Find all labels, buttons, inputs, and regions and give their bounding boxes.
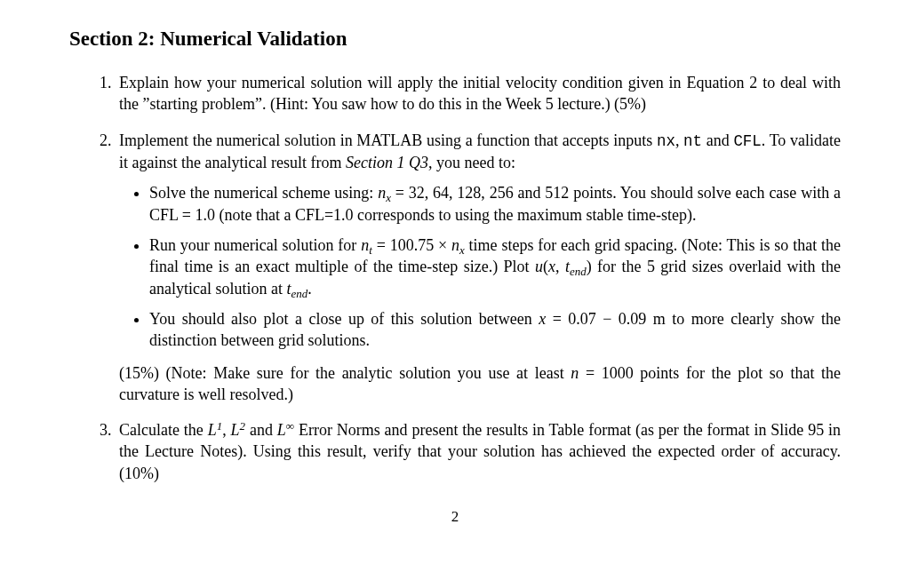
q2b2-tsub: end xyxy=(570,265,587,278)
q2-intro-nx: nx xyxy=(657,132,675,150)
page: Section 2: Numerical Validation Explain … xyxy=(0,0,910,528)
question-list: Explain how your numerical solution will… xyxy=(69,72,841,484)
q3-c: and xyxy=(245,421,277,439)
q2b1-a: Solve the numerical scheme using: xyxy=(149,184,378,202)
question-2: Implement the numerical solution in MATL… xyxy=(116,130,841,406)
q2b2-nt: n xyxy=(361,236,369,254)
q2-intro-cfl: CFL xyxy=(733,132,761,150)
q2-bullet-1: Solve the numerical scheme using: nx = 3… xyxy=(149,182,841,226)
q3-Linf: L xyxy=(277,421,286,439)
question-3: Calculate the L1, L2 and L∞ Error Norms … xyxy=(116,419,841,484)
q2-intro-c: and xyxy=(702,131,733,149)
q2-intro-a: Implement the numerical solution in MATL… xyxy=(119,131,657,149)
q2-intro-nt: nt xyxy=(683,132,702,150)
q2b2-t2sub: end xyxy=(291,286,307,299)
q2b2-e: . xyxy=(307,280,312,298)
q2-intro-b: , xyxy=(675,131,683,149)
q2b2-a: Run your numerical solution for xyxy=(149,236,361,254)
q3-supinf: ∞ xyxy=(286,419,294,433)
q2b2-nx: n xyxy=(451,236,459,254)
q2b2-x: x xyxy=(548,258,555,275)
q2b2-b: = 100.75 × xyxy=(372,236,451,254)
page-number: 2 xyxy=(69,507,841,528)
q3-L2: L xyxy=(231,421,240,439)
q2-bullet-3: You should also plot a close up of this … xyxy=(149,308,841,352)
q3-L1: L xyxy=(208,421,217,439)
q3-a: Calculate the xyxy=(119,421,208,439)
section-title: Section 2: Numerical Validation xyxy=(69,25,841,52)
q2b3-x: x xyxy=(539,310,546,328)
q1-text: Explain how your numerical solution will… xyxy=(119,74,841,113)
q2b2-u: u xyxy=(535,258,543,275)
q2-trailer: (15%) (Note: Make sure for the analytic … xyxy=(119,362,841,406)
q2b2-comma: , xyxy=(555,258,565,275)
question-1: Explain how your numerical solution will… xyxy=(116,72,841,115)
q3-b: , xyxy=(222,421,230,439)
q2-bullets: Solve the numerical scheme using: nx = 3… xyxy=(119,182,841,351)
q2t-n: n xyxy=(571,364,579,382)
q2t-a: (15%) (Note: Make sure for the analytic … xyxy=(119,364,571,382)
q2b3-a: You should also plot a close up of this … xyxy=(149,310,539,328)
q2-intro-e: , you need to: xyxy=(428,154,515,171)
q2-bullet-2: Run your numerical solution for nt = 100… xyxy=(149,234,841,299)
q2b1-nx: n xyxy=(378,184,386,202)
q2-intro-sec: Section 1 Q3 xyxy=(346,154,428,171)
q2-intro: Implement the numerical solution in MATL… xyxy=(119,131,841,172)
